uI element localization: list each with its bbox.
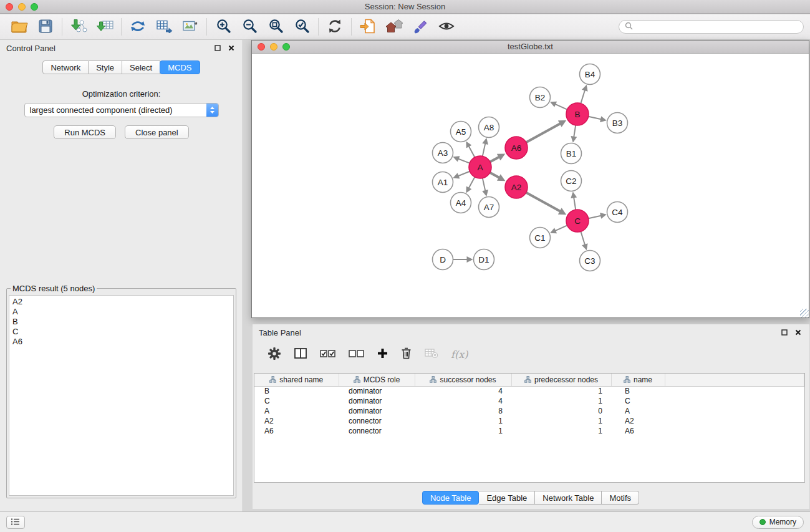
cell-MCDS-role[interactable]: connector bbox=[339, 426, 415, 436]
delete-table-button[interactable] bbox=[425, 349, 438, 360]
mcds-result-item[interactable]: A6 bbox=[12, 337, 230, 347]
cell-successor-nodes[interactable]: 1 bbox=[415, 416, 511, 426]
cell-MCDS-role[interactable]: connector bbox=[339, 416, 415, 426]
cell-successor-nodes[interactable]: 4 bbox=[415, 396, 511, 406]
home-button[interactable] bbox=[381, 16, 407, 37]
export-image-button[interactable] bbox=[177, 16, 203, 37]
toggle-graphics-details-button[interactable] bbox=[433, 16, 460, 37]
tab-motifs[interactable]: Motifs bbox=[602, 491, 639, 505]
edge-A-A8[interactable] bbox=[483, 143, 486, 157]
export-table-button[interactable] bbox=[151, 16, 177, 37]
edge-A-A2[interactable] bbox=[490, 173, 499, 178]
table-row[interactable]: Adominator80A bbox=[254, 406, 804, 416]
show-column-button[interactable] bbox=[294, 348, 307, 360]
edge-A-A7[interactable] bbox=[483, 178, 486, 191]
column-header-MCDS-role[interactable]: MCDS role bbox=[339, 374, 415, 386]
cell-MCDS-role[interactable]: dominator bbox=[339, 386, 415, 396]
edge-C-C1[interactable] bbox=[555, 225, 567, 231]
edge-A6-B[interactable] bbox=[526, 123, 561, 142]
refresh-view-button[interactable] bbox=[322, 16, 348, 37]
close-control-panel-button[interactable] bbox=[226, 43, 236, 53]
zoom-out-button[interactable] bbox=[236, 16, 263, 37]
close-table-panel-button[interactable] bbox=[793, 327, 803, 337]
import-network-file-button[interactable] bbox=[65, 16, 92, 37]
edge-A-A3[interactable] bbox=[458, 159, 470, 163]
edge-C-C2[interactable] bbox=[574, 197, 576, 210]
zoom-window-button[interactable] bbox=[31, 3, 38, 11]
edge-B-B2[interactable] bbox=[555, 104, 567, 110]
edge-C-C4[interactable] bbox=[589, 216, 602, 219]
cell-shared-name[interactable]: C bbox=[254, 396, 339, 406]
column-header-successor-nodes[interactable]: successor nodes bbox=[415, 374, 511, 386]
task-monitor-button[interactable] bbox=[6, 516, 25, 529]
cell-predecessor-nodes[interactable]: 1 bbox=[511, 426, 611, 436]
edge-A2-C[interactable] bbox=[526, 193, 561, 211]
import-table-file-button[interactable] bbox=[92, 16, 118, 37]
add-column-button[interactable] bbox=[377, 348, 388, 360]
table-settings-button[interactable] bbox=[268, 347, 281, 362]
cell-predecessor-nodes[interactable]: 0 bbox=[511, 406, 611, 416]
tab-select[interactable]: Select bbox=[122, 60, 160, 74]
cell-shared-name[interactable]: A2 bbox=[254, 416, 339, 426]
network-arrows-button[interactable] bbox=[125, 16, 151, 37]
save-session-button[interactable] bbox=[32, 16, 59, 37]
zoom-fit-button[interactable] bbox=[263, 16, 289, 37]
close-panel-button[interactable]: Close panel bbox=[125, 125, 189, 139]
tab-node-table[interactable]: Node Table bbox=[422, 491, 480, 505]
cell-successor-nodes[interactable]: 4 bbox=[415, 386, 511, 396]
column-header-name[interactable]: name bbox=[611, 374, 665, 386]
cell-shared-name[interactable]: A6 bbox=[254, 426, 339, 436]
mcds-result-item[interactable]: C bbox=[12, 327, 230, 337]
mcds-result-item[interactable]: A2 bbox=[12, 297, 230, 307]
edge-C-C3[interactable] bbox=[581, 231, 585, 245]
table-row[interactable]: Cdominator41C bbox=[254, 396, 804, 406]
tab-style[interactable]: Style bbox=[89, 60, 122, 74]
network-canvas[interactable]: B4B2BB3A5A8A6A3B1AA1C2A2A4A7CC4C1C3DD1 bbox=[252, 54, 809, 317]
cell-MCDS-role[interactable]: dominator bbox=[339, 406, 415, 416]
edge-A-A4[interactable] bbox=[469, 177, 475, 188]
table-row[interactable]: A2connector11A2 bbox=[254, 416, 804, 426]
cell-name[interactable]: A bbox=[611, 406, 665, 416]
deselect-all-button[interactable] bbox=[349, 349, 364, 360]
cell-name[interactable]: C bbox=[611, 396, 665, 406]
select-all-button[interactable] bbox=[320, 349, 335, 360]
edge-B-B3[interactable] bbox=[589, 117, 602, 120]
edge-A-A6[interactable] bbox=[490, 157, 499, 162]
cell-predecessor-nodes[interactable]: 1 bbox=[511, 396, 611, 406]
tab-network-table[interactable]: Network Table bbox=[535, 491, 602, 505]
edge-B-B1[interactable] bbox=[574, 125, 576, 137]
cell-MCDS-role[interactable]: dominator bbox=[339, 396, 415, 406]
style-paint-button[interactable] bbox=[407, 16, 433, 37]
cell-predecessor-nodes[interactable]: 1 bbox=[511, 386, 611, 396]
column-header-shared-name[interactable]: shared name bbox=[254, 374, 339, 386]
tab-edge-table[interactable]: Edge Table bbox=[479, 491, 535, 505]
edge-A-A5[interactable] bbox=[469, 146, 475, 157]
cell-name[interactable]: A2 bbox=[611, 416, 665, 426]
cell-successor-nodes[interactable]: 1 bbox=[415, 426, 511, 436]
edge-A-A1[interactable] bbox=[458, 172, 470, 177]
cell-name[interactable]: A6 bbox=[611, 426, 665, 436]
zoom-in-button[interactable] bbox=[210, 16, 236, 37]
network-minimize-button[interactable] bbox=[270, 43, 277, 51]
float-table-panel-button[interactable] bbox=[779, 327, 789, 337]
mcds-result-item[interactable]: B bbox=[12, 317, 230, 327]
column-header-predecessor-nodes[interactable]: predecessor nodes bbox=[511, 374, 611, 386]
function-builder-button[interactable]: f(x) bbox=[451, 349, 468, 360]
search-input[interactable] bbox=[636, 22, 798, 31]
tab-mcds[interactable]: MCDS bbox=[160, 60, 200, 74]
delete-column-button[interactable] bbox=[401, 347, 412, 361]
cell-successor-nodes[interactable]: 8 bbox=[415, 406, 511, 416]
window-resize-grip[interactable] bbox=[800, 309, 809, 317]
zoom-selected-button[interactable] bbox=[289, 16, 315, 37]
minimize-window-button[interactable] bbox=[18, 3, 26, 11]
edge-B-B4[interactable] bbox=[581, 90, 585, 104]
open-session-button[interactable] bbox=[6, 16, 32, 37]
cell-name[interactable]: B bbox=[611, 386, 665, 396]
close-window-button[interactable] bbox=[6, 3, 13, 11]
export-document-button[interactable] bbox=[355, 16, 381, 37]
mcds-result-item[interactable]: A bbox=[12, 307, 230, 317]
network-zoom-button[interactable] bbox=[282, 43, 290, 51]
run-mcds-button[interactable]: Run MCDS bbox=[54, 125, 116, 139]
tab-network[interactable]: Network bbox=[42, 60, 89, 74]
cell-predecessor-nodes[interactable]: 1 bbox=[511, 416, 611, 426]
